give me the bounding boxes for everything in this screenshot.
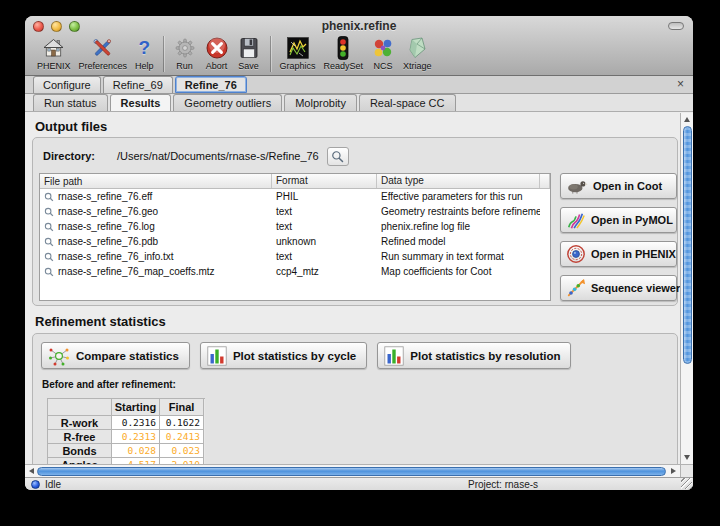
vertical-scrollbar-thumb[interactable] xyxy=(683,126,692,364)
scroll-down-arrow-icon[interactable] xyxy=(681,452,693,463)
stats-col-final: Final xyxy=(160,399,204,416)
table-header-row[interactable]: File path Format Data type xyxy=(40,174,550,189)
titlebar[interactable]: phenix.refine xyxy=(25,16,693,34)
output-files-heading: Output files xyxy=(35,119,678,134)
magnifier-icon xyxy=(44,207,54,217)
subtab-geometry-outliers[interactable]: Geometry outliers xyxy=(173,94,282,111)
toolbar-item-ncs[interactable]: NCS xyxy=(367,35,399,71)
column-header-data-type: Data type xyxy=(377,174,540,188)
table-row[interactable]: rnase-s_refine_76.geo text Geometry rest… xyxy=(40,204,550,219)
scroll-right-arrow-icon[interactable] xyxy=(668,465,679,477)
close-tab-icon[interactable]: × xyxy=(677,78,684,90)
toolbar-item-graphics[interactable]: Graphics xyxy=(276,35,320,71)
window-title: phenix.refine xyxy=(25,19,693,33)
open-in-phenix-button[interactable]: Open in PHENIX xyxy=(560,241,677,267)
toolbar-item-preferences[interactable]: Preferences xyxy=(75,35,132,71)
tab-configure[interactable]: Configure xyxy=(33,76,101,93)
graphics-density-icon xyxy=(286,35,310,61)
table-row[interactable]: rnase-s_refine_76_map_coeffs.mtz ccp4_mt… xyxy=(40,264,550,279)
preferences-tools-icon xyxy=(90,35,115,61)
file-format: unknown xyxy=(272,236,377,247)
stats-value-highlighted: 0.2413 xyxy=(160,430,204,444)
resize-grip[interactable] xyxy=(681,478,692,489)
file-format: text xyxy=(272,221,377,232)
file-data-type: Geometry restraints before refinement xyxy=(377,206,540,217)
toolbar-item-help[interactable]: ? Help xyxy=(131,35,158,71)
file-data-type: Map coefficients for Coot xyxy=(377,266,540,277)
column-header-format: Format xyxy=(272,174,377,188)
magnifier-icon xyxy=(44,237,54,247)
abort-x-icon xyxy=(205,35,229,61)
toolbar-item-xtriage[interactable]: Xtriage xyxy=(399,35,436,71)
stats-row-label: R-work xyxy=(48,416,112,430)
directory-path: /Users/nat/Documents/rnase-s/Refine_76 xyxy=(117,150,319,162)
open-in-pymol-button[interactable]: Open in PyMOL xyxy=(560,207,677,233)
column-header-file-path: File path xyxy=(40,174,272,188)
bar-chart-icon xyxy=(384,346,404,366)
pymol-ribbon-icon xyxy=(566,210,586,230)
stats-value: 0.2316 xyxy=(112,416,160,430)
results-content: Output files Directory: /Users/nat/Docum… xyxy=(25,113,680,464)
table-row[interactable]: rnase-s_refine_76.eff PHIL Effective par… xyxy=(40,189,550,204)
run-gear-icon xyxy=(173,35,197,61)
toolbar-label: ReadySet xyxy=(324,61,364,71)
plot-by-cycle-button[interactable]: Plot statistics by cycle xyxy=(200,342,367,369)
toolbar-item-readyset[interactable]: ReadySet xyxy=(320,35,368,71)
file-path: rnase-s_refine_76_map_coeffs.mtz xyxy=(58,266,215,277)
stats-value-highlighted: 0.2313 xyxy=(112,430,160,444)
subtab-molprobity[interactable]: Molprobity xyxy=(284,94,357,111)
toolbar-label: Abort xyxy=(206,61,228,71)
subtab-results[interactable]: Results xyxy=(110,94,172,111)
subtab-real-space-cc[interactable]: Real-space CC xyxy=(359,94,456,111)
plot-by-resolution-button[interactable]: Plot statistics by resolution xyxy=(377,342,571,369)
browse-directory-button[interactable] xyxy=(327,147,349,166)
toolbar-label: Graphics xyxy=(280,61,316,71)
scroll-left-arrow-icon[interactable] xyxy=(26,465,37,477)
toolbar-item-phenix[interactable]: PHENIX xyxy=(33,35,75,71)
magnifier-icon xyxy=(44,267,54,277)
table-row[interactable]: rnase-s_refine_76.pdb unknown Refined mo… xyxy=(40,234,550,249)
tab-refine-69[interactable]: Refine_69 xyxy=(103,76,173,93)
toolbar-item-save[interactable]: Save xyxy=(233,35,265,71)
horizontal-scrollbar-thumb[interactable] xyxy=(37,467,666,476)
vertical-scrollbar[interactable] xyxy=(680,113,693,464)
table-row[interactable]: rnase-s_refine_76_info.txt text Run summ… xyxy=(40,249,550,264)
toolbar-label: NCS xyxy=(374,61,393,71)
phenix-refine-window: phenix.refine PHENIX Preferences ? He xyxy=(25,16,693,490)
open-button-label: Open in Coot xyxy=(593,180,662,192)
toolbar-label: Run xyxy=(176,61,193,71)
tab-refine-76[interactable]: Refine_76 xyxy=(175,76,247,93)
file-format: text xyxy=(272,206,377,217)
bar-chart-icon xyxy=(207,346,227,366)
xtriage-crystal-icon xyxy=(405,35,429,61)
sequence-icon xyxy=(566,278,586,298)
compare-statistics-button[interactable]: Compare statistics xyxy=(41,342,190,369)
toolbar-toggle-button[interactable] xyxy=(668,22,684,30)
magnifier-icon xyxy=(44,192,54,202)
magnifier-icon xyxy=(44,252,54,262)
open-button-label: Sequence viewer xyxy=(591,282,680,294)
stats-corner-cell xyxy=(48,399,112,416)
file-format: ccp4_mtz xyxy=(272,266,377,277)
refinement-statistics-heading: Refinement statistics xyxy=(35,314,678,329)
file-data-type: phenix.refine log file xyxy=(377,221,540,232)
toolbar-item-run[interactable]: Run xyxy=(169,35,201,71)
table-row[interactable]: rnase-s_refine_76.log text phenix.refine… xyxy=(40,219,550,234)
directory-label: Directory: xyxy=(43,150,95,162)
status-bar: Idle Project: rnase-s xyxy=(25,477,693,490)
file-data-type: Effective parameters for this run xyxy=(377,191,540,202)
horizontal-scrollbar[interactable] xyxy=(25,464,680,477)
open-in-coot-button[interactable]: Open in Coot xyxy=(560,173,677,199)
output-files-table: File path Format Data type rnase-s_refin… xyxy=(39,173,551,301)
toolbar-item-abort[interactable]: Abort xyxy=(201,35,233,71)
file-format: PHIL xyxy=(272,191,377,202)
stats-value-highlighted: 0.028 xyxy=(112,444,160,458)
subtab-run-status[interactable]: Run status xyxy=(33,94,108,111)
scroll-up-arrow-icon[interactable] xyxy=(681,114,693,125)
project-label: Project: rnase-s xyxy=(468,479,538,490)
toolbar-label: Help xyxy=(135,61,154,71)
file-data-type: Run summary in text format xyxy=(377,251,540,262)
refinement-statistics-panel: Compare statistics Plot statistics by cy… xyxy=(32,333,678,464)
stats-row-label: R-free xyxy=(48,430,112,444)
sequence-viewer-button[interactable]: Sequence viewer xyxy=(560,275,677,301)
